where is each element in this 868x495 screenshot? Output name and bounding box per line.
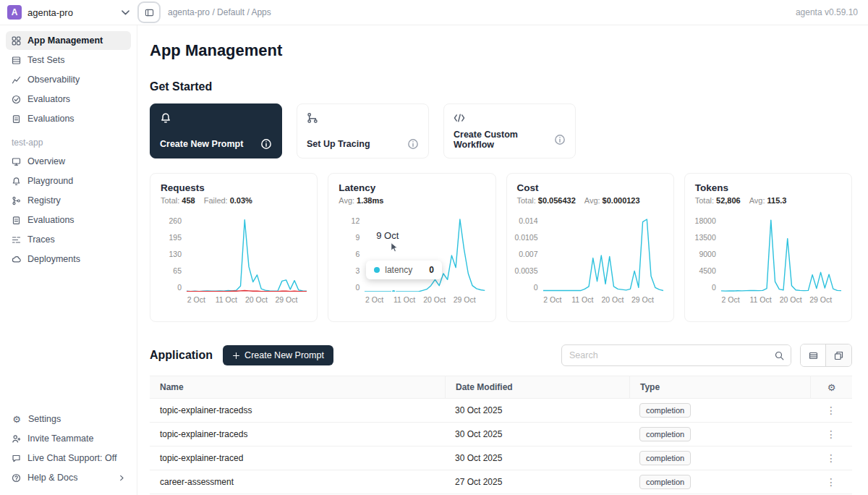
y-tick: 0.014 (519, 216, 537, 225)
get-started-heading: Get Started (150, 80, 852, 93)
sidebar-item-settings[interactable]: ⚙ Settings (6, 410, 131, 428)
y-tick: 0 (177, 283, 182, 292)
requests-sparkline[interactable] (187, 216, 307, 292)
panel-left-icon (145, 8, 154, 17)
create-custom-workflow-card[interactable]: Create Custom Workflow (443, 103, 576, 158)
sidebar-item-label: App Management (27, 35, 103, 46)
stat-cards-row: Requests Total:458 Failed:0.03% 260 195 … (150, 173, 852, 322)
table-row[interactable]: career-assessment 27 Oct 2025 completion… (150, 470, 852, 494)
info-icon[interactable] (260, 138, 272, 150)
x-tick: 11 Oct (216, 295, 237, 304)
table-row[interactable]: topic-explainer-traceds 30 Oct 2025 comp… (150, 423, 852, 447)
trace-icon (12, 235, 21, 245)
sidebar-item-overview[interactable]: Overview (6, 152, 131, 171)
sidebar-item-traces[interactable]: Traces (6, 230, 131, 249)
table-view-button[interactable] (801, 344, 826, 366)
table-row[interactable]: topic-explainer-tracedss 30 Oct 2025 com… (150, 399, 852, 423)
sidebar-item-evaluations[interactable]: Evaluations (6, 109, 131, 128)
y-tick: 130 (169, 250, 182, 258)
date-modified: 30 Oct 2025 (445, 429, 629, 439)
y-tick: 0 (712, 283, 716, 292)
type-badge: completion (639, 475, 691, 489)
card-view-button[interactable] (826, 344, 851, 366)
applications-table: Name Date Modified Type ⚙ topic-explaine… (150, 376, 852, 494)
latency-sparkline[interactable] (365, 216, 485, 292)
main-content: App Management Get Started Create New Pr… (137, 25, 868, 495)
x-tick: 20 Oct (780, 295, 802, 304)
sidebar-item-playground[interactable]: Playground (6, 172, 131, 190)
info-icon[interactable] (554, 134, 566, 145)
app-name: topic-explainer-traceds (150, 429, 445, 439)
set-up-tracing-card[interactable]: Set Up Tracing (297, 103, 429, 158)
x-tick: 2 Oct (187, 295, 205, 304)
row-more-button[interactable]: ⋮ (810, 405, 852, 416)
workspace-selector[interactable]: A agenta-pro (7, 5, 130, 20)
search-button[interactable] (767, 345, 791, 365)
get-started-cards: Create New Prompt Set Up Tracing Create … (150, 103, 852, 158)
sidebar-item-label: Traces (27, 234, 55, 245)
x-tick: 2 Oct (543, 295, 561, 304)
table-settings-button[interactable]: ⚙ (810, 376, 852, 398)
sidebar-footer: ⚙ Settings Invite Teammate Live Chat Sup… (6, 410, 131, 488)
type-badge: completion (639, 451, 691, 465)
app-name: topic-explainer-traced (150, 453, 445, 463)
sidebar-item-help-docs[interactable]: Help & Docs (6, 468, 131, 487)
sidebar-item-evaluations-app[interactable]: Evaluations (6, 211, 131, 229)
row-more-button[interactable]: ⋮ (810, 476, 852, 488)
chart-stats: Total:$0.056432 Avg:$0.000123 (517, 196, 663, 205)
sidebar-item-live-chat[interactable]: Live Chat Support: Off (6, 449, 131, 468)
sidebar-item-label: Help & Docs (27, 473, 77, 483)
sidebar-item-registry[interactable]: Registry (6, 191, 131, 210)
tokens-sparkline[interactable] (721, 216, 841, 292)
column-header-type[interactable]: Type (629, 376, 810, 398)
sidebar-item-test-sets[interactable]: Test Sets (6, 51, 131, 69)
sidebar-item-evaluators[interactable]: Evaluators (6, 90, 131, 109)
chart-stats: Avg:1.38ms (339, 196, 485, 205)
breadcrumb[interactable]: agenta-pro / Default / Apps (168, 7, 271, 17)
top-bar: A agenta-pro agenta-pro / Default / Apps… (0, 0, 868, 25)
y-tick: 9000 (699, 250, 715, 258)
sidebar-item-app-management[interactable]: App Management (6, 31, 131, 50)
application-heading: Application (150, 349, 213, 362)
row-more-button[interactable]: ⋮ (810, 428, 852, 440)
chevron-down-icon (121, 8, 130, 17)
sidebar-item-label: Test Sets (27, 55, 64, 65)
card-label: Create New Prompt (160, 139, 243, 149)
x-tick: 29 Oct (809, 295, 832, 304)
sidebar-item-deployments[interactable]: Deployments (6, 250, 131, 268)
create-new-prompt-button[interactable]: Create New Prompt (223, 345, 333, 365)
clipboard-icon (12, 216, 21, 225)
sidebar-toggle-button[interactable] (145, 8, 154, 17)
column-header-name[interactable]: Name (150, 376, 445, 398)
sidebar: App Management Test Sets Observability E… (0, 25, 137, 495)
table-icon (12, 56, 21, 65)
x-tick: 29 Oct (454, 295, 476, 304)
x-tick: 11 Oct (750, 295, 772, 304)
sidebar-item-label: Invite Teammate (27, 433, 93, 444)
y-tick: 260 (169, 216, 182, 225)
create-new-prompt-card[interactable]: Create New Prompt (150, 103, 282, 158)
info-icon[interactable] (407, 138, 419, 150)
y-tick: 0.007 (519, 250, 537, 258)
sidebar-item-observability[interactable]: Observability (6, 70, 131, 89)
chevron-right-icon (119, 475, 125, 481)
x-tick: 20 Oct (601, 295, 624, 304)
x-axis: 2 Oct 11 Oct 20 Oct 29 Oct (543, 295, 663, 307)
grid-icon (12, 36, 21, 46)
page-title: App Management (150, 41, 852, 60)
row-more-button[interactable]: ⋮ (810, 452, 852, 464)
x-tick: 2 Oct (722, 295, 740, 304)
search-input[interactable] (562, 350, 767, 360)
x-tick: 29 Oct (631, 295, 654, 304)
bell-icon (12, 177, 21, 186)
card-label: Create Custom Workflow (454, 130, 554, 150)
y-tick: 12 (352, 216, 360, 225)
column-header-date-modified[interactable]: Date Modified (445, 376, 629, 398)
sidebar-item-invite-teammate[interactable]: Invite Teammate (6, 429, 131, 448)
table-row[interactable]: topic-explainer-traced 30 Oct 2025 compl… (150, 447, 852, 470)
y-axis: 260 195 130 65 0 (161, 216, 187, 292)
gear-icon: ⚙ (827, 382, 837, 393)
requests-card: Requests Total:458 Failed:0.03% 260 195 … (150, 173, 318, 322)
person-plus-icon (12, 434, 21, 444)
cost-sparkline[interactable] (543, 216, 663, 292)
